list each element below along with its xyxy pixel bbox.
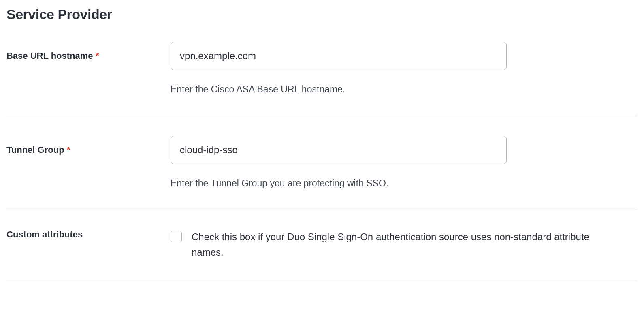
checkbox-row: Check this box if your Duo Single Sign-O… (171, 229, 608, 261)
input-col: Check this box if your Duo Single Sign-O… (171, 229, 608, 261)
input-col: Enter the Cisco ASA Base URL hostname. (171, 42, 507, 96)
input-col: Enter the Tunnel Group you are protectin… (171, 136, 507, 190)
required-asterisk-icon: * (67, 145, 70, 155)
custom-attributes-checkbox-label: Check this box if your Duo Single Sign-O… (192, 229, 608, 261)
base-url-input[interactable] (171, 42, 507, 70)
tunnel-group-input[interactable] (171, 136, 507, 164)
custom-attributes-label: Custom attributes (6, 229, 83, 239)
tunnel-group-help-text: Enter the Tunnel Group you are protectin… (171, 176, 507, 190)
required-asterisk-icon: * (96, 51, 99, 61)
section-title: Service Provider (6, 6, 638, 22)
custom-attributes-checkbox[interactable] (171, 231, 182, 242)
form-row-custom-attributes: Custom attributes Check this box if your… (6, 229, 638, 280)
base-url-help-text: Enter the Cisco ASA Base URL hostname. (171, 82, 507, 96)
base-url-label: Base URL hostname (6, 51, 93, 61)
form-row-base-url: Base URL hostname * Enter the Cisco ASA … (6, 42, 638, 116)
form-row-tunnel-group: Tunnel Group * Enter the Tunnel Group yo… (6, 136, 638, 210)
tunnel-group-label: Tunnel Group (6, 145, 64, 155)
label-col: Custom attributes (6, 229, 171, 240)
label-col: Tunnel Group * (6, 136, 171, 155)
label-col: Base URL hostname * (6, 42, 171, 61)
